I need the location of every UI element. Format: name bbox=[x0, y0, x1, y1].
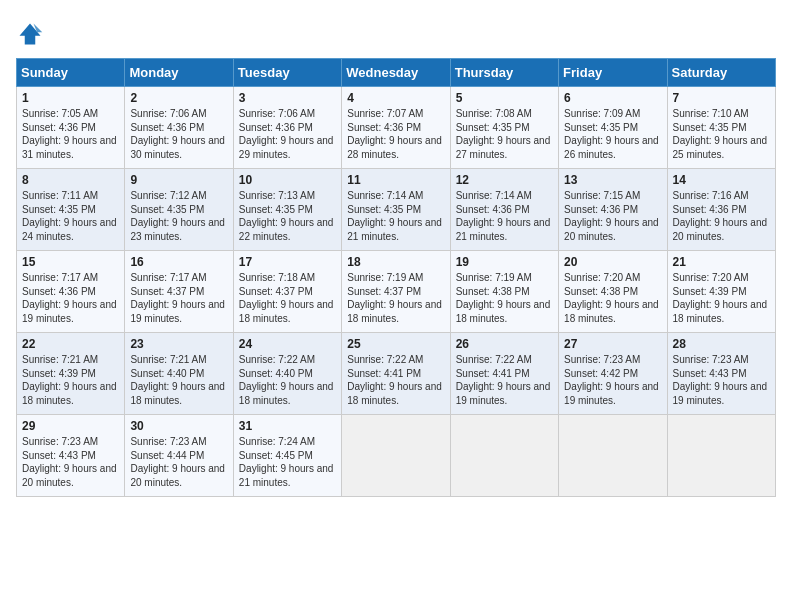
day-number: 17 bbox=[239, 255, 336, 269]
day-number: 22 bbox=[22, 337, 119, 351]
day-info: Sunrise: 7:19 AMSunset: 4:37 PMDaylight:… bbox=[347, 272, 442, 324]
day-number: 14 bbox=[673, 173, 770, 187]
day-number: 7 bbox=[673, 91, 770, 105]
day-info: Sunrise: 7:05 AMSunset: 4:36 PMDaylight:… bbox=[22, 108, 117, 160]
day-number: 24 bbox=[239, 337, 336, 351]
col-header-monday: Monday bbox=[125, 59, 233, 87]
calendar-cell: 25 Sunrise: 7:22 AMSunset: 4:41 PMDaylig… bbox=[342, 333, 450, 415]
calendar-cell: 3 Sunrise: 7:06 AMSunset: 4:36 PMDayligh… bbox=[233, 87, 341, 169]
day-number: 13 bbox=[564, 173, 661, 187]
calendar-cell: 30 Sunrise: 7:23 AMSunset: 4:44 PMDaylig… bbox=[125, 415, 233, 497]
day-number: 20 bbox=[564, 255, 661, 269]
calendar-cell: 29 Sunrise: 7:23 AMSunset: 4:43 PMDaylig… bbox=[17, 415, 125, 497]
day-info: Sunrise: 7:12 AMSunset: 4:35 PMDaylight:… bbox=[130, 190, 225, 242]
day-info: Sunrise: 7:23 AMSunset: 4:42 PMDaylight:… bbox=[564, 354, 659, 406]
calendar-cell: 23 Sunrise: 7:21 AMSunset: 4:40 PMDaylig… bbox=[125, 333, 233, 415]
calendar-cell bbox=[667, 415, 775, 497]
calendar-cell: 24 Sunrise: 7:22 AMSunset: 4:40 PMDaylig… bbox=[233, 333, 341, 415]
calendar-cell: 9 Sunrise: 7:12 AMSunset: 4:35 PMDayligh… bbox=[125, 169, 233, 251]
col-header-tuesday: Tuesday bbox=[233, 59, 341, 87]
day-number: 5 bbox=[456, 91, 553, 105]
col-header-saturday: Saturday bbox=[667, 59, 775, 87]
calendar-cell: 18 Sunrise: 7:19 AMSunset: 4:37 PMDaylig… bbox=[342, 251, 450, 333]
col-header-friday: Friday bbox=[559, 59, 667, 87]
day-number: 1 bbox=[22, 91, 119, 105]
day-number: 11 bbox=[347, 173, 444, 187]
day-number: 23 bbox=[130, 337, 227, 351]
calendar-cell bbox=[450, 415, 558, 497]
day-number: 8 bbox=[22, 173, 119, 187]
day-number: 30 bbox=[130, 419, 227, 433]
day-info: Sunrise: 7:19 AMSunset: 4:38 PMDaylight:… bbox=[456, 272, 551, 324]
calendar-cell: 27 Sunrise: 7:23 AMSunset: 4:42 PMDaylig… bbox=[559, 333, 667, 415]
calendar-cell: 5 Sunrise: 7:08 AMSunset: 4:35 PMDayligh… bbox=[450, 87, 558, 169]
logo bbox=[16, 20, 48, 48]
day-info: Sunrise: 7:07 AMSunset: 4:36 PMDaylight:… bbox=[347, 108, 442, 160]
calendar-week-4: 22 Sunrise: 7:21 AMSunset: 4:39 PMDaylig… bbox=[17, 333, 776, 415]
day-info: Sunrise: 7:16 AMSunset: 4:36 PMDaylight:… bbox=[673, 190, 768, 242]
day-info: Sunrise: 7:11 AMSunset: 4:35 PMDaylight:… bbox=[22, 190, 117, 242]
day-info: Sunrise: 7:14 AMSunset: 4:36 PMDaylight:… bbox=[456, 190, 551, 242]
day-number: 31 bbox=[239, 419, 336, 433]
calendar-cell: 21 Sunrise: 7:20 AMSunset: 4:39 PMDaylig… bbox=[667, 251, 775, 333]
day-info: Sunrise: 7:15 AMSunset: 4:36 PMDaylight:… bbox=[564, 190, 659, 242]
day-info: Sunrise: 7:21 AMSunset: 4:39 PMDaylight:… bbox=[22, 354, 117, 406]
day-number: 25 bbox=[347, 337, 444, 351]
day-info: Sunrise: 7:23 AMSunset: 4:43 PMDaylight:… bbox=[22, 436, 117, 488]
day-number: 28 bbox=[673, 337, 770, 351]
day-info: Sunrise: 7:18 AMSunset: 4:37 PMDaylight:… bbox=[239, 272, 334, 324]
day-number: 10 bbox=[239, 173, 336, 187]
day-number: 2 bbox=[130, 91, 227, 105]
calendar-cell: 31 Sunrise: 7:24 AMSunset: 4:45 PMDaylig… bbox=[233, 415, 341, 497]
day-number: 21 bbox=[673, 255, 770, 269]
calendar-cell: 19 Sunrise: 7:19 AMSunset: 4:38 PMDaylig… bbox=[450, 251, 558, 333]
day-number: 15 bbox=[22, 255, 119, 269]
day-number: 6 bbox=[564, 91, 661, 105]
day-info: Sunrise: 7:10 AMSunset: 4:35 PMDaylight:… bbox=[673, 108, 768, 160]
day-info: Sunrise: 7:22 AMSunset: 4:41 PMDaylight:… bbox=[456, 354, 551, 406]
calendar-cell: 4 Sunrise: 7:07 AMSunset: 4:36 PMDayligh… bbox=[342, 87, 450, 169]
calendar-cell bbox=[342, 415, 450, 497]
day-info: Sunrise: 7:23 AMSunset: 4:43 PMDaylight:… bbox=[673, 354, 768, 406]
calendar-cell: 17 Sunrise: 7:18 AMSunset: 4:37 PMDaylig… bbox=[233, 251, 341, 333]
calendar-cell: 14 Sunrise: 7:16 AMSunset: 4:36 PMDaylig… bbox=[667, 169, 775, 251]
calendar-cell: 16 Sunrise: 7:17 AMSunset: 4:37 PMDaylig… bbox=[125, 251, 233, 333]
calendar-cell: 2 Sunrise: 7:06 AMSunset: 4:36 PMDayligh… bbox=[125, 87, 233, 169]
day-number: 26 bbox=[456, 337, 553, 351]
calendar-cell: 6 Sunrise: 7:09 AMSunset: 4:35 PMDayligh… bbox=[559, 87, 667, 169]
day-number: 12 bbox=[456, 173, 553, 187]
calendar-cell: 26 Sunrise: 7:22 AMSunset: 4:41 PMDaylig… bbox=[450, 333, 558, 415]
day-info: Sunrise: 7:21 AMSunset: 4:40 PMDaylight:… bbox=[130, 354, 225, 406]
day-info: Sunrise: 7:09 AMSunset: 4:35 PMDaylight:… bbox=[564, 108, 659, 160]
day-number: 9 bbox=[130, 173, 227, 187]
day-info: Sunrise: 7:06 AMSunset: 4:36 PMDaylight:… bbox=[239, 108, 334, 160]
day-info: Sunrise: 7:23 AMSunset: 4:44 PMDaylight:… bbox=[130, 436, 225, 488]
calendar-cell: 13 Sunrise: 7:15 AMSunset: 4:36 PMDaylig… bbox=[559, 169, 667, 251]
calendar-cell bbox=[559, 415, 667, 497]
day-number: 16 bbox=[130, 255, 227, 269]
day-info: Sunrise: 7:17 AMSunset: 4:36 PMDaylight:… bbox=[22, 272, 117, 324]
page-header bbox=[16, 16, 776, 48]
day-number: 18 bbox=[347, 255, 444, 269]
day-info: Sunrise: 7:13 AMSunset: 4:35 PMDaylight:… bbox=[239, 190, 334, 242]
calendar-cell: 15 Sunrise: 7:17 AMSunset: 4:36 PMDaylig… bbox=[17, 251, 125, 333]
calendar-cell: 12 Sunrise: 7:14 AMSunset: 4:36 PMDaylig… bbox=[450, 169, 558, 251]
day-info: Sunrise: 7:22 AMSunset: 4:40 PMDaylight:… bbox=[239, 354, 334, 406]
day-info: Sunrise: 7:20 AMSunset: 4:39 PMDaylight:… bbox=[673, 272, 768, 324]
day-number: 3 bbox=[239, 91, 336, 105]
calendar-week-5: 29 Sunrise: 7:23 AMSunset: 4:43 PMDaylig… bbox=[17, 415, 776, 497]
day-info: Sunrise: 7:17 AMSunset: 4:37 PMDaylight:… bbox=[130, 272, 225, 324]
calendar-cell: 10 Sunrise: 7:13 AMSunset: 4:35 PMDaylig… bbox=[233, 169, 341, 251]
day-info: Sunrise: 7:22 AMSunset: 4:41 PMDaylight:… bbox=[347, 354, 442, 406]
day-info: Sunrise: 7:06 AMSunset: 4:36 PMDaylight:… bbox=[130, 108, 225, 160]
day-info: Sunrise: 7:24 AMSunset: 4:45 PMDaylight:… bbox=[239, 436, 334, 488]
svg-marker-1 bbox=[20, 24, 41, 45]
day-number: 4 bbox=[347, 91, 444, 105]
day-info: Sunrise: 7:20 AMSunset: 4:38 PMDaylight:… bbox=[564, 272, 659, 324]
col-header-wednesday: Wednesday bbox=[342, 59, 450, 87]
calendar-header-row: SundayMondayTuesdayWednesdayThursdayFrid… bbox=[17, 59, 776, 87]
calendar-cell: 20 Sunrise: 7:20 AMSunset: 4:38 PMDaylig… bbox=[559, 251, 667, 333]
calendar-cell: 1 Sunrise: 7:05 AMSunset: 4:36 PMDayligh… bbox=[17, 87, 125, 169]
calendar-cell: 7 Sunrise: 7:10 AMSunset: 4:35 PMDayligh… bbox=[667, 87, 775, 169]
day-info: Sunrise: 7:08 AMSunset: 4:35 PMDaylight:… bbox=[456, 108, 551, 160]
